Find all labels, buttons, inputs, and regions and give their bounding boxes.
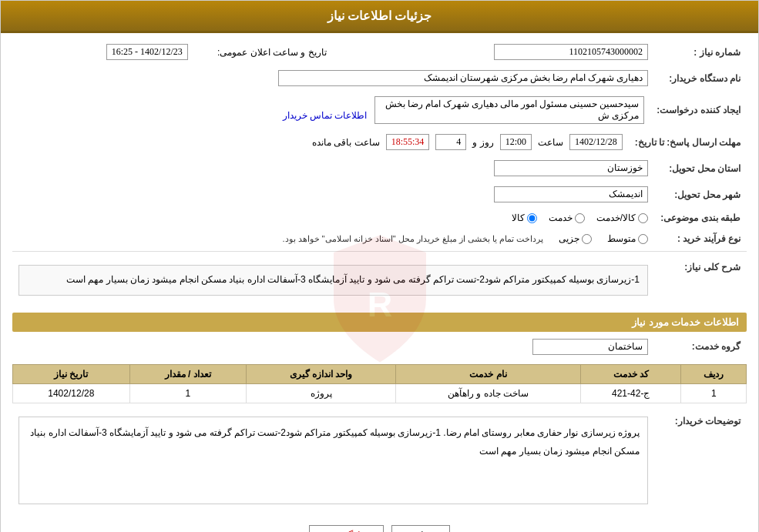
deadline-info-table: مهلت ارسال پاسخ: تا تاریخ: 1402/12/28 سا… xyxy=(12,131,747,153)
description-value: 1-زیرسازی بوسیله کمپیکتور متراکم شود2-تس… xyxy=(12,256,654,305)
row-qty: 1 xyxy=(129,383,246,403)
category-option-3[interactable]: کالا/خدمت xyxy=(596,212,648,223)
category-info-table: طبقه بندی موضوعی: کالا/خدمت خدمت کالا xyxy=(12,209,747,226)
deadline-date: 1402/12/28 xyxy=(569,134,623,150)
requester-contact-link[interactable]: اطلاعات تماس خریدار xyxy=(283,110,368,121)
main-content: R شماره نیاز : 1102105743000002 تاریخ و … xyxy=(1,33,758,532)
category-radios: کالا/خدمت خدمت کالا xyxy=(12,209,654,226)
back-button[interactable]: بازگشت xyxy=(309,525,384,532)
need-number-display: 1102105743000002 xyxy=(494,44,648,60)
org-name-label: نام دستگاه خریدار: xyxy=(654,67,747,89)
buyer-notes-label: توضیحات خریدار: xyxy=(654,410,747,514)
button-row: چاپ بازگشت xyxy=(12,517,747,532)
group-service-display: ساختمان xyxy=(532,339,648,355)
services-section-title: اطلاعات خدمات مورد نیاز xyxy=(12,313,747,332)
category-label: طبقه بندی موضوعی: xyxy=(654,209,747,226)
org-name-value: دهیاری شهرک امام رضا بخش مرکزی شهرستان ا… xyxy=(12,67,654,89)
need-number-label: شماره نیاز : xyxy=(654,41,747,63)
purchase-type-note: پرداخت تمام یا بخشی از مبلغ خریدار محل "… xyxy=(282,234,543,244)
purchase-type-radios: متوسط جزیی پرداخت تمام یا بخشی از مبلغ خ… xyxy=(12,230,654,247)
description-table: شرح کلی نیاز: 1-زیرسازی بوسیله کمپیکتور … xyxy=(12,256,747,305)
purchase-type-option-1[interactable]: جزیی xyxy=(559,233,592,244)
city-label: شهر محل تحویل: xyxy=(654,183,747,206)
services-table: ردیف کد خدمت نام خدمت واحد اندازه گیری ت… xyxy=(12,364,747,403)
province-value: خوزستان xyxy=(12,157,654,179)
row-service-name: ساخت جاده و راهآهن xyxy=(396,383,581,403)
datetime-display: 1402/12/23 - 16:25 xyxy=(106,44,188,60)
print-button[interactable]: چاپ xyxy=(391,525,450,532)
header-info-table: شماره نیاز : 1102105743000002 تاریخ و سا… xyxy=(12,41,747,63)
purchase-type-table: نوع فرآیند خرید : متوسط جزیی پرداخت تمام… xyxy=(12,230,747,247)
deadline-value: 1402/12/28 ساعت 12:00 روز و 4 18:55:34 س… xyxy=(12,131,629,153)
requester-display: سیدحسین حسینی مسئول امور مالی دهیاری شهر… xyxy=(374,96,644,124)
col-header-code: کد خدمت xyxy=(580,364,681,383)
category-option-2[interactable]: خدمت xyxy=(549,212,585,223)
row-number: 1 xyxy=(681,383,747,403)
requester-value: سیدحسین حسینی مسئول امور مالی دهیاری شهر… xyxy=(12,93,650,127)
province-display: خوزستان xyxy=(494,160,648,176)
org-info-table: نام دستگاه خریدار: دهیاری شهرک امام رضا … xyxy=(12,67,747,89)
city-info-table: شهر محل تحویل: اندیمشک xyxy=(12,183,747,206)
purchase-type-option-2[interactable]: متوسط xyxy=(607,233,648,244)
org-name-display: دهیاری شهرک امام رضا بخش مرکزی شهرستان ا… xyxy=(278,70,648,86)
page-header: جزئیات اطلاعات نیاز xyxy=(1,1,758,33)
group-service-table: گروه خدمت: ساختمان xyxy=(12,336,747,358)
deadline-time: 12:00 xyxy=(500,134,532,150)
page-wrapper: جزئیات اطلاعات نیاز R شماره نیاز : 11021… xyxy=(0,0,759,532)
datetime-label: تاریخ و ساعت اعلان عمومی: xyxy=(194,41,333,63)
datetime-value: 1402/12/23 - 16:25 xyxy=(12,41,194,63)
province-info-table: استان محل تحویل: خوزستان xyxy=(12,157,747,179)
city-value: اندیمشک xyxy=(12,183,654,206)
page-title: جزئیات اطلاعات نیاز xyxy=(327,9,432,22)
buyer-notes-value xyxy=(12,410,654,514)
buyer-notes-textarea[interactable] xyxy=(18,417,648,504)
col-header-name: نام خدمت xyxy=(396,364,581,383)
category-option-1[interactable]: کالا xyxy=(512,212,537,223)
purchase-type-label: نوع فرآیند خرید : xyxy=(654,230,747,247)
deadline-remaining: 18:55:34 xyxy=(386,134,430,150)
table-row: 1 ج-42-421 ساخت جاده و راهآهن پروژه 1 14… xyxy=(13,383,747,403)
need-number-value: 1102105743000002 xyxy=(333,41,654,63)
col-header-qty: تعداد / مقدار xyxy=(129,364,246,383)
deadline-days: 4 xyxy=(435,134,466,150)
description-box: 1-زیرسازی بوسیله کمپیکتور متراکم شود2-تس… xyxy=(18,265,648,296)
deadline-label: مهلت ارسال پاسخ: تا تاریخ: xyxy=(629,131,747,153)
row-unit: پروژه xyxy=(247,383,396,403)
group-service-label: گروه خدمت: xyxy=(654,336,747,358)
col-header-unit: واحد اندازه گیری xyxy=(247,364,396,383)
deadline-time-label: ساعت xyxy=(538,137,563,148)
description-label: شرح کلی نیاز: xyxy=(654,256,747,305)
city-display: اندیمشک xyxy=(494,186,648,202)
col-header-date: تاریخ نیاز xyxy=(13,364,130,383)
divider-1 xyxy=(12,251,747,252)
group-service-value: ساختمان xyxy=(12,336,654,358)
row-code: ج-42-421 xyxy=(580,383,681,403)
col-header-row: ردیف xyxy=(681,364,747,383)
row-date: 1402/12/28 xyxy=(13,383,130,403)
requester-info-table: ایجاد کننده درخواست: سیدحسین حسینی مسئول… xyxy=(12,93,747,127)
deadline-day-label: روز و xyxy=(472,137,493,148)
requester-label: ایجاد کننده درخواست: xyxy=(650,93,747,127)
province-label: استان محل تحویل: xyxy=(654,157,747,179)
deadline-remaining-label: ساعت باقی مانده xyxy=(312,137,380,148)
buyer-notes-table: توضیحات خریدار: xyxy=(12,410,747,514)
